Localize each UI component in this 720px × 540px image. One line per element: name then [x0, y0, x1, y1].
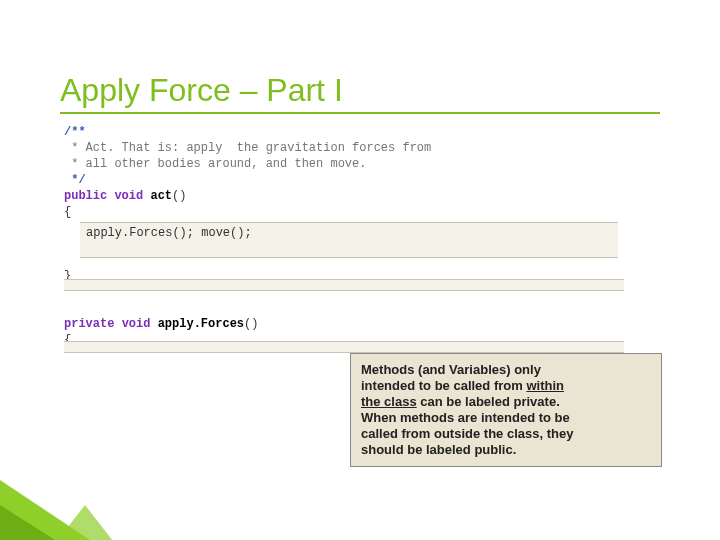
separator-bar: [64, 279, 624, 291]
code-body-box: apply.Forces(); move();: [80, 222, 618, 258]
code-call: apply.Forces();: [86, 226, 194, 240]
callout-text: .: [556, 394, 560, 409]
method-name-act: act: [150, 189, 172, 203]
keyword-public: public: [64, 189, 107, 203]
separator-bar: [64, 341, 624, 353]
brace-open: {: [64, 205, 71, 219]
callout-bold: public: [474, 442, 512, 457]
callout-text: called from outside the class, they: [361, 426, 573, 441]
doc-line: * all other bodies around, and then move…: [64, 157, 366, 171]
doc-line: */: [64, 173, 86, 187]
callout-text: Methods (and Variables) only: [361, 362, 541, 377]
slide-title: Apply Force – Part I: [60, 72, 343, 109]
callout-text: should be labeled: [361, 442, 474, 457]
explanation-callout: Methods (and Variables) only intended to…: [350, 353, 662, 467]
doc-line: * Act. That is: apply the gravitation fo…: [64, 141, 431, 155]
code-call: move();: [201, 226, 251, 240]
parens: (): [244, 317, 258, 331]
keyword-void: void: [114, 189, 143, 203]
callout-underline: the class: [361, 394, 417, 409]
doc-line: /**: [64, 125, 86, 139]
callout-text: intended to be called from: [361, 378, 526, 393]
callout-underline: within: [526, 378, 564, 393]
callout-text: .: [513, 442, 517, 457]
keyword-private: private: [64, 317, 114, 331]
decorative-triangle: [0, 505, 55, 540]
keyword-void: void: [122, 317, 151, 331]
decorative-triangle: [50, 505, 120, 540]
parens: (): [172, 189, 186, 203]
method-name-applyforces: apply.Forces: [158, 317, 244, 331]
title-underline: [60, 112, 660, 114]
callout-text: When methods are intended to be: [361, 410, 570, 425]
callout-text: can be labeled: [417, 394, 514, 409]
callout-bold: private: [513, 394, 556, 409]
